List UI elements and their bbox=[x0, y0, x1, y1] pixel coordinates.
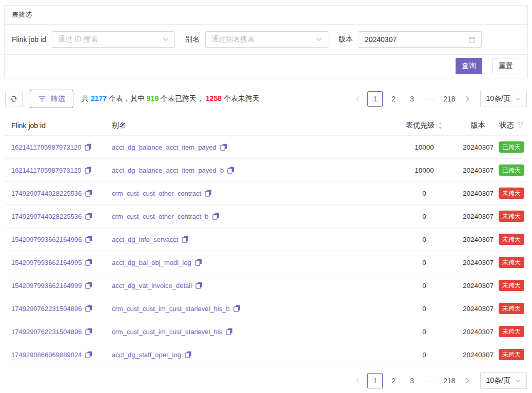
alias-link[interactable]: crm_cust_cust_im_cust_starlevel_his bbox=[112, 328, 222, 336]
page-size-label: 10条/页 bbox=[486, 94, 510, 104]
pagination-ellipsis[interactable]: ··· bbox=[423, 373, 438, 388]
version-value: 20240307 bbox=[365, 35, 397, 44]
alias-placeholder: 通过别名搜索 bbox=[211, 35, 254, 44]
copy-icon[interactable] bbox=[85, 328, 92, 335]
alias-link[interactable]: acct_dg_info_servacct bbox=[112, 236, 178, 243]
copy-icon[interactable] bbox=[85, 351, 92, 358]
filter-card-title: 表筛选 bbox=[5, 6, 527, 25]
summary-prefix: 共 bbox=[82, 94, 91, 102]
version-value: 20240307 bbox=[460, 259, 496, 266]
table-row: 1542097993662164995 acct_dg_bal_obj_modi… bbox=[5, 251, 527, 274]
summary-crossed-count: 919 bbox=[147, 94, 159, 102]
alias-link[interactable]: acct_dg_bal_obj_modi_log bbox=[112, 259, 191, 266]
copy-icon[interactable] bbox=[85, 236, 92, 243]
filter-actions-row: 查询 重置 bbox=[5, 55, 527, 78]
sort-icon[interactable] bbox=[438, 121, 443, 130]
pagination-next-icon[interactable] bbox=[461, 91, 474, 107]
alias-link[interactable]: acct_dg_staff_oper_log bbox=[112, 351, 181, 359]
table-row: 1621411705987973120 acct_dg_balance_acct… bbox=[5, 159, 527, 182]
copy-icon[interactable] bbox=[220, 143, 227, 151]
job-id-link[interactable]: 1749290866069889024 bbox=[11, 351, 82, 359]
filter-lines-icon bbox=[38, 96, 46, 102]
job-id-link[interactable]: 1749290744028225536 bbox=[11, 190, 82, 197]
pagination-page[interactable]: 3 bbox=[404, 373, 420, 388]
copy-icon[interactable] bbox=[205, 190, 212, 197]
copy-icon[interactable] bbox=[85, 259, 92, 266]
pagination-page[interactable]: 2 bbox=[386, 373, 401, 388]
copy-icon[interactable] bbox=[85, 143, 92, 151]
reset-button[interactable]: 重置 bbox=[492, 58, 519, 74]
alias-link[interactable]: crm_cust_cust_im_cust_starlevel_his_b bbox=[112, 305, 230, 313]
job-id-link[interactable]: 1621411705987973120 bbox=[11, 167, 81, 174]
status-badge: 未跨天 bbox=[499, 326, 524, 337]
pagination-page[interactable]: 218 bbox=[441, 91, 457, 107]
column-header-priority[interactable]: 表优先级 bbox=[388, 121, 460, 130]
pagination-prev-icon[interactable] bbox=[351, 91, 364, 107]
version-value: 20240307 bbox=[460, 328, 496, 336]
copy-icon[interactable] bbox=[85, 190, 92, 197]
job-id-link[interactable]: 1749290762231504896 bbox=[11, 305, 82, 313]
priority-value: 0 bbox=[388, 259, 460, 266]
chevron-down-icon bbox=[316, 37, 322, 42]
pagination-ellipsis[interactable]: ··· bbox=[423, 91, 438, 107]
table-row: 1542097993662164999 acct_dg_vat_invoice_… bbox=[5, 274, 527, 297]
version-date-input[interactable]: 20240307 bbox=[359, 31, 482, 48]
table-row: 1749290744028225536 crm_cust_cust_other_… bbox=[5, 182, 527, 205]
status-header-label: 状态 bbox=[500, 121, 514, 130]
filter-button[interactable]: 筛选 bbox=[30, 90, 73, 108]
version-field: 版本 20240307 bbox=[339, 31, 482, 48]
job-id-link[interactable]: 1621411705987973120 bbox=[11, 143, 81, 151]
alias-field: 别名 通过别名搜索 bbox=[185, 31, 328, 48]
copy-icon[interactable] bbox=[85, 305, 92, 312]
copy-icon[interactable] bbox=[85, 282, 92, 289]
pagination-page[interactable]: 1 bbox=[367, 373, 383, 388]
refresh-button[interactable] bbox=[5, 91, 23, 107]
pagination-page[interactable]: 3 bbox=[404, 91, 420, 107]
page-size-select[interactable]: 10条/页 bbox=[480, 91, 527, 107]
copy-icon[interactable] bbox=[227, 167, 234, 174]
copy-icon[interactable] bbox=[85, 167, 92, 174]
version-value: 20240307 bbox=[460, 213, 496, 220]
alias-link[interactable]: acct_dg_balance_acct_item_payed bbox=[112, 143, 216, 151]
job-id-link[interactable]: 1749290744028225536 bbox=[11, 213, 82, 220]
copy-icon[interactable] bbox=[226, 328, 233, 335]
page-size-select[interactable]: 10条/页 bbox=[480, 373, 527, 389]
column-header-status[interactable]: 状态 bbox=[496, 121, 527, 130]
copy-icon[interactable] bbox=[212, 213, 220, 220]
pagination-page[interactable]: 2 bbox=[386, 91, 401, 107]
copy-icon[interactable] bbox=[182, 236, 189, 243]
copy-icon[interactable] bbox=[195, 282, 203, 289]
copy-icon[interactable] bbox=[85, 213, 92, 220]
summary-not-crossed-count: 1258 bbox=[206, 94, 222, 102]
alias-link[interactable]: acct_dg_balance_acct_item_payed_b bbox=[112, 167, 224, 174]
job-id-link[interactable]: 1542097993662164996 bbox=[11, 236, 82, 243]
job-id-link[interactable]: 1749290762231504896 bbox=[11, 328, 82, 336]
filter-fields-row: Flink job id 通过 ID 搜索 别名 通过别名搜索 版本 20240… bbox=[5, 25, 527, 55]
pagination-page[interactable]: 218 bbox=[441, 373, 457, 388]
job-id-field: Flink job id 通过 ID 搜索 bbox=[12, 31, 175, 48]
alias-link[interactable]: crm_cust_cust_other_contract_b bbox=[112, 213, 209, 220]
table-row: 1749290762231504896 crm_cust_cust_im_cus… bbox=[5, 320, 527, 343]
alias-select[interactable]: 通过别名搜索 bbox=[205, 31, 328, 48]
copy-icon[interactable] bbox=[233, 305, 241, 312]
priority-value: 10000 bbox=[388, 167, 460, 174]
copy-icon[interactable] bbox=[185, 351, 192, 358]
table-body: 1621411705987973120 acct_dg_balance_acct… bbox=[5, 136, 527, 366]
version-value: 20240307 bbox=[460, 305, 496, 313]
job-id-link[interactable]: 1542097993662164999 bbox=[11, 282, 82, 289]
pagination-next-icon[interactable] bbox=[461, 373, 474, 388]
column-header-job-id: Flink job id bbox=[5, 121, 106, 130]
results-table: Flink job id 别名 表优先级 版本 状态 1621411705987… bbox=[5, 115, 527, 366]
chevron-down-icon bbox=[163, 37, 169, 42]
pagination-prev-icon[interactable] bbox=[351, 373, 364, 388]
job-id-link[interactable]: 1542097993662164995 bbox=[11, 259, 82, 266]
job-id-select[interactable]: 通过 ID 搜索 bbox=[52, 31, 175, 48]
copy-icon[interactable] bbox=[195, 259, 202, 266]
query-button[interactable]: 查询 bbox=[456, 58, 482, 74]
priority-value: 0 bbox=[388, 351, 460, 359]
alias-link[interactable]: acct_dg_vat_invoice_detail bbox=[112, 282, 192, 289]
priority-value: 0 bbox=[388, 305, 460, 313]
funnel-filter-icon[interactable] bbox=[517, 122, 524, 129]
alias-link[interactable]: crm_cust_cust_other_contract bbox=[112, 190, 201, 197]
pagination-page[interactable]: 1 bbox=[367, 91, 383, 107]
